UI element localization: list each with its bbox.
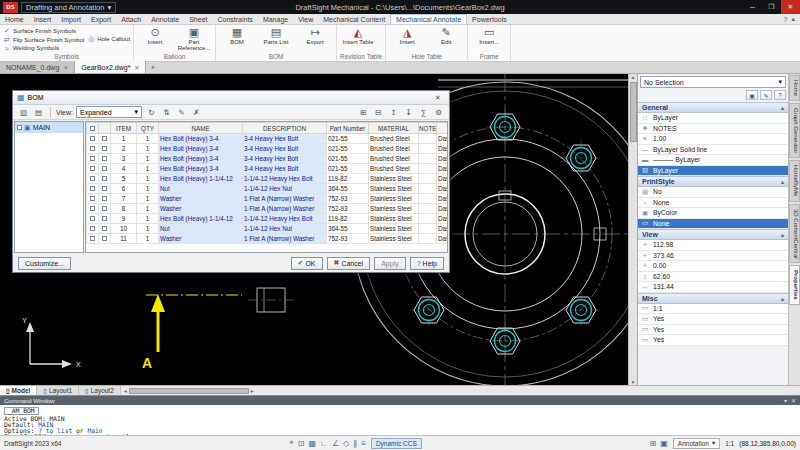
column-header-name[interactable]: NAME	[159, 123, 243, 134]
property-row-ucs-icon-on-icon[interactable]: ▭Yes	[638, 325, 788, 336]
property-row-view-height-icon[interactable]: ↕62.60	[638, 272, 788, 283]
palette-tab-homebyme[interactable]: HomeByMe	[789, 160, 800, 201]
bom-table[interactable]: ITEMQTYNAMEDESCRIPTIONPart NumberMATERIA…	[86, 122, 448, 244]
polar-icon[interactable]: ∠	[332, 439, 339, 448]
datum-arrow[interactable]: A	[142, 294, 242, 371]
table-row[interactable]: 101Nut1-1/4-12 Hex Nut364-55Stainless St…	[87, 224, 449, 234]
workspace-grid-icon[interactable]: ▣	[660, 439, 668, 448]
ok-button[interactable]: ✔OK	[291, 257, 323, 270]
table-row[interactable]: 51Hex Bolt (Heavy) 1-1/4-121-1/4-12 Heav…	[87, 174, 449, 184]
delete-row-icon[interactable]: ✗	[190, 106, 203, 118]
checkbox-icon[interactable]	[90, 196, 95, 201]
cell-name[interactable]: Washer	[159, 234, 243, 244]
close-tab-icon[interactable]: ✕	[63, 64, 68, 71]
dock-icon[interactable]: ▾	[784, 397, 787, 404]
property-row-color-swatch-icon[interactable]: □ByLayer	[638, 113, 788, 124]
cell-description[interactable]: 3-4 Heavy Hex Bolt	[243, 164, 327, 174]
palette-tab-home[interactable]: Home	[789, 75, 800, 101]
properties-section-printstyle[interactable]: PrintStyle▴	[638, 176, 788, 187]
property-row-center-y-icon[interactable]: +373.46	[638, 251, 788, 262]
properties-section-misc[interactable]: Misc▴	[638, 293, 788, 304]
move-down-icon[interactable]: ↧	[402, 106, 415, 118]
ortho-icon[interactable]: ∟	[320, 439, 328, 448]
properties-help-icon[interactable]: ?	[774, 90, 786, 100]
cell-description[interactable]: 1 Flat A (Narrow) Washer	[243, 204, 327, 214]
table-row[interactable]: 111Washer1 Flat A (Narrow) Washer752-93S…	[87, 234, 449, 244]
ribbon-tab-insert[interactable]: Insert	[29, 14, 57, 24]
cell-description[interactable]: 1 Flat A (Narrow) Washer	[243, 194, 327, 204]
palette-tab-3d-contentcentral[interactable]: 3D ContentCentral	[789, 204, 800, 264]
drawing-area[interactable]: A X Y ▦ BOM ✕	[0, 74, 628, 385]
checkbox-icon[interactable]	[17, 125, 22, 130]
table-row[interactable]: 11Hex Bolt (Heavy) 3-43-4 Heavy Hex Bolt…	[87, 134, 449, 144]
property-row-print-icon[interactable]: ▤No	[638, 187, 788, 198]
checkbox-icon[interactable]	[90, 236, 95, 241]
property-row-printstyle-icon[interactable]: ▫None	[638, 198, 788, 209]
hscroll-thumb[interactable]	[129, 388, 249, 394]
column-header-description[interactable]: DESCRIPTION	[243, 123, 327, 134]
ribbon-tab-constraints[interactable]: Constraints	[212, 14, 257, 24]
bom-close-icon[interactable]: ✕	[431, 94, 445, 102]
ribbon-item-flip-surface-finish-symbol[interactable]: ⇄Flip Surface Finish Symbol	[3, 36, 84, 44]
property-row-linescale-icon[interactable]: ≡1.00	[638, 134, 788, 145]
new-tab-button[interactable]: +	[146, 61, 159, 73]
scroll-right-icon[interactable]: ►	[250, 388, 255, 394]
collapse-icon[interactable]: ▴	[781, 104, 784, 111]
cell-description[interactable]: 3-4 Heavy Hex Bolt	[243, 154, 327, 164]
select-all-header[interactable]	[87, 123, 99, 134]
cell-name[interactable]: Nut	[159, 224, 243, 234]
document-tab-gearbox2-dwg[interactable]: GearBox2.dwg*✕	[75, 61, 146, 73]
command-window-titlebar[interactable]: Command Window ▾ ✕	[0, 396, 800, 405]
sort-icon[interactable]: ⇅	[160, 106, 173, 118]
pointer-select-icon[interactable]: ⌖	[289, 438, 294, 448]
table-row[interactable]: 31Hex Bolt (Heavy) 3-43-4 Heavy Hex Bolt…	[87, 154, 449, 164]
sheet-tab-model[interactable]: ▯Model	[0, 386, 37, 395]
horizontal-scrollbar[interactable]: ◄ ►	[121, 386, 800, 395]
properties-section-general[interactable]: General▴	[638, 102, 788, 113]
checkbox-icon[interactable]	[90, 136, 95, 141]
cell-description[interactable]: 1 Flat A (Narrow) Washer	[243, 234, 327, 244]
cell-description[interactable]: 1-1/4-12 Hex Nut	[243, 224, 327, 234]
cell-name[interactable]: Hex Bolt (Heavy) 3-4	[159, 144, 243, 154]
cell-name[interactable]: Hex Bolt (Heavy) 3-4	[159, 164, 243, 174]
property-row-ucs-at-origin-icon[interactable]: ▭Yes	[638, 335, 788, 346]
properties-section-view[interactable]: View▴	[638, 229, 788, 240]
move-up-icon[interactable]: ↥	[387, 106, 400, 118]
cell-name[interactable]: Hex Bolt (Heavy) 3-4	[159, 134, 243, 144]
ribbon-item-insert-table[interactable]: ◭Insert Table	[340, 26, 376, 52]
ribbon-tab-home[interactable]: Home	[0, 14, 29, 24]
cell-description[interactable]: 1-1/4-12 Heavy Hex Bolt	[243, 214, 327, 224]
column-header-material[interactable]: MATERIAL	[369, 123, 419, 134]
cell-name[interactable]: Hex Bolt (Heavy) 1-1/4-12	[159, 174, 243, 184]
edit-properties-icon[interactable]: ✎	[760, 90, 772, 100]
property-row-lineweight-icon[interactable]: ▬——— ByLayer	[638, 155, 788, 166]
selection-dropdown[interactable]: No Selection ▾	[640, 76, 786, 88]
view-mode-dropdown[interactable]: Expanded ▾	[76, 106, 142, 118]
sheet-tab-layout1[interactable]: ▯Layout1	[37, 386, 79, 395]
ribbon-tab-import[interactable]: Import	[56, 14, 86, 24]
ribbon-tab-powertools[interactable]: Powertools	[467, 14, 512, 24]
cell-description[interactable]: 1-1/4-12 Heavy Hex Bolt	[243, 174, 327, 184]
ribbon-item-surface-finish-symbols[interactable]: ✓Surface Finish Symbols	[3, 27, 84, 35]
checkbox-icon[interactable]	[90, 166, 95, 171]
scale-indicator[interactable]: 1:1	[725, 440, 734, 447]
ribbon-tab-sheet[interactable]: Sheet	[184, 14, 212, 24]
cell-description[interactable]: 3-4 Heavy Hex Bolt	[243, 144, 327, 154]
checkbox-icon[interactable]	[90, 186, 95, 191]
palette-tab-properties[interactable]: Properties	[789, 265, 800, 305]
sum-icon[interactable]: ∑	[417, 106, 430, 118]
ribbon-item-export[interactable]: ↦Export	[297, 26, 333, 52]
close-tab-icon[interactable]: ✕	[134, 64, 139, 71]
property-row-center-x-icon[interactable]: +112.98	[638, 240, 788, 251]
cell-name[interactable]: Hex Bolt (Heavy) 1-1/4-12	[159, 214, 243, 224]
snap-icon[interactable]: ⊡	[298, 439, 305, 448]
checkbox-icon[interactable]	[90, 176, 95, 181]
collapse-icon[interactable]: ▴	[781, 295, 784, 302]
ribbon-help-icon[interactable]: ?	[784, 16, 788, 23]
ribbon-item-welding-symbols[interactable]: ≈Welding Symbols	[3, 45, 84, 52]
bom-tree-item-main[interactable]: ▣ MAIN	[15, 122, 83, 133]
help-button[interactable]: ?Help	[410, 257, 444, 270]
esnap-icon[interactable]: ◇	[343, 439, 349, 448]
ribbon-tab-annotate[interactable]: Annotate	[146, 14, 184, 24]
ribbon-tab-mechanical-annotate[interactable]: Mechanical Annotate	[390, 14, 467, 24]
